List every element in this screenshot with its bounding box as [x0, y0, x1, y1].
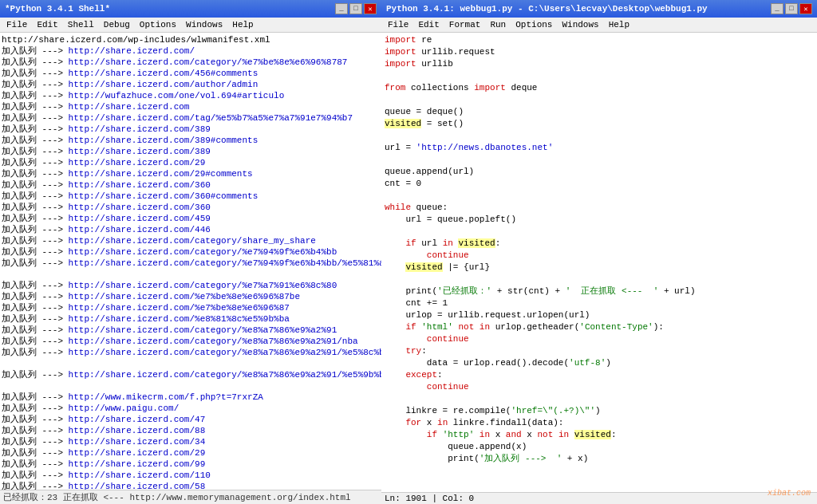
list-item: 加入队列 ---> http://share.iczerd.com/88: [2, 425, 380, 436]
list-item: 加入队列 ---> http://www.paigu.com/: [2, 403, 380, 414]
code-line: data = urlop.read().decode('utf-8'): [385, 357, 814, 369]
code-line: queue = deque(): [385, 106, 814, 118]
editor-title-bar: Python 3.4.1: webbug1.py - C:\Users\lecv…: [381, 0, 817, 18]
editor-menu-file[interactable]: File: [383, 18, 413, 31]
shell-title: *Python 3.4.1 Shell*: [5, 4, 110, 14]
editor-close-button[interactable]: ✕: [799, 3, 812, 14]
menu-windows[interactable]: Windows: [181, 18, 227, 31]
code-line: url = 'http://news.dbanotes.net': [385, 142, 814, 154]
code-line: while queue:: [385, 202, 814, 214]
editor-status-bar: Ln: 1901 | Col: 0: [381, 492, 817, 504]
menu-options[interactable]: Options: [135, 18, 181, 31]
shell-menu-bar: File Edit Shell Debug Options Windows He…: [0, 18, 381, 33]
code-line: import urllib.request: [385, 46, 814, 58]
code-line: [385, 393, 814, 405]
list-item: 加入队列 ---> http://share.iczerd.com/author…: [2, 79, 380, 90]
code-line: visited = set(): [385, 118, 814, 130]
list-item: 加入队列 ---> http://wufazhuce.com/one/vol.6…: [2, 90, 380, 101]
code-line: [385, 226, 814, 238]
shell-window: *Python 3.4.1 Shell* _ □ ✕ File Edit She…: [0, 0, 381, 504]
code-line: continue: [385, 333, 814, 345]
watermark: xibat.com: [768, 489, 811, 498]
code-line: print('已经抓取：' + str(cnt) + ' 正在抓取 <--- '…: [385, 285, 814, 297]
editor-window: Python 3.4.1: webbug1.py - C:\Users\lecv…: [381, 0, 817, 504]
list-item: 加入队列 ---> http://share.iczerd.com/58: [2, 481, 380, 490]
menu-help[interactable]: Help: [227, 18, 258, 31]
editor-menu-run[interactable]: Run: [485, 18, 511, 31]
code-line: if 'http' in x and x not in visited:: [385, 429, 814, 441]
editor-maximize-button[interactable]: □: [785, 3, 798, 14]
code-line: from collections import deque: [385, 82, 814, 94]
code-line: [385, 190, 814, 202]
minimize-button[interactable]: _: [335, 3, 348, 14]
list-item: 加入队列 ---> http://share.iczerd.com/47: [2, 414, 380, 425]
list-item: 加入队列 ---> http://share.iczerd.com/360: [2, 202, 380, 213]
list-item: 加入队列 ---> http://share.iczerd.com/446: [2, 224, 380, 235]
list-item: 加入队列 ---> http://share.iczerd.com/catego…: [2, 246, 380, 258]
editor-menu-options[interactable]: Options: [511, 18, 557, 31]
code-line: if 'html' not in urlop.getheader('Conten…: [385, 321, 814, 333]
code-line: print('加入队列 ---> ' + x): [385, 453, 814, 465]
code-line: linkre = re.compile('href=\"(.+?)\"'): [385, 405, 814, 417]
list-item: 加入队列 ---> http://share.iczerd.com/110: [2, 470, 380, 481]
code-line: if url in visited:: [385, 238, 814, 250]
code-line: [385, 130, 814, 142]
editor-window-controls[interactable]: _ □ ✕: [771, 3, 812, 14]
code-line: queue.append(x): [385, 441, 814, 453]
shell-status-text: 已经抓取：23 正在抓取 <--- http://www.memorymanag…: [3, 493, 351, 502]
editor-menu-windows[interactable]: Windows: [557, 18, 603, 31]
code-line: urlop = urllib.request.urlopen(url): [385, 309, 814, 321]
list-item: 加入队列 ---> http://share.iczerd.com/389: [2, 124, 380, 135]
list-item: 加入队列 ---> http://share.iczerd.com/%e7%be…: [2, 302, 380, 313]
editor-menu-edit[interactable]: Edit: [413, 18, 444, 31]
list-item: 加入队列 ---> http://share.iczerd.com/360#co…: [2, 191, 380, 202]
editor-menu-bar: File Edit Format Run Options Windows Hel…: [381, 18, 817, 33]
list-item: 加入队列 ---> http://share.iczerd.com/29: [2, 447, 380, 459]
code-line: import re: [385, 34, 814, 46]
list-item: 加入队列 ---> http://share.iczerd.com/catego…: [2, 369, 380, 380]
list-item: http://share.iczerd.com/wp-includes/wlwm…: [2, 34, 380, 45]
menu-debug[interactable]: Debug: [99, 18, 135, 31]
list-item: [2, 269, 380, 280]
list-item: 加入队列 ---> http://share.iczerd.com/%e7%be…: [2, 291, 380, 302]
close-button[interactable]: ✕: [364, 3, 377, 14]
editor-menu-format[interactable]: Format: [444, 18, 486, 31]
shell-title-bar: *Python 3.4.1 Shell* _ □ ✕: [0, 0, 381, 18]
list-item: 加入队列 ---> http://share.iczerd.com/29#com…: [2, 168, 380, 179]
code-line: except:: [385, 369, 814, 381]
editor-ln-col: Ln: 1901 | Col: 0: [385, 494, 474, 503]
list-item: 加入队列 ---> http://share.iczerd.com: [2, 101, 380, 112]
shell-status-bar: 已经抓取：23 正在抓取 <--- http://www.memorymanag…: [0, 490, 381, 504]
list-item: 加入队列 ---> http://share.iczerd.com/catego…: [2, 235, 380, 246]
list-item: [2, 380, 380, 392]
code-line: [385, 274, 814, 285]
code-line: continue: [385, 250, 814, 262]
list-item: 加入队列 ---> http://share.iczerd.com/catego…: [2, 347, 380, 358]
code-line: [385, 70, 814, 82]
list-item: 加入队列 ---> http://share.iczerd.com/%e8%81…: [2, 313, 380, 325]
code-line: queue.append(url): [385, 166, 814, 178]
list-item: 加入队列 ---> http://share.iczerd.com/99: [2, 459, 380, 470]
list-item: 加入队列 ---> http://share.iczerd.com/389#co…: [2, 135, 380, 146]
list-item: [2, 358, 380, 369]
shell-output: http://share.iczerd.com/wp-includes/wlwm…: [0, 33, 381, 490]
menu-shell[interactable]: Shell: [63, 18, 99, 31]
editor-minimize-button[interactable]: _: [771, 3, 783, 14]
editor-menu-help[interactable]: Help: [604, 18, 634, 31]
list-item: 加入队列 ---> http://share.iczerd.com/459: [2, 213, 380, 224]
code-line: cnt += 1: [385, 297, 814, 309]
list-item: 加入队列 ---> http://www.mikecrm.com/f.php?t…: [2, 392, 380, 403]
code-line: [385, 94, 814, 106]
code-line: import urllib: [385, 58, 814, 70]
list-item: 加入队列 ---> http://share.iczerd.com/389: [2, 146, 380, 157]
list-item: 加入队列 ---> http://share.iczerd.com/tag/%e…: [2, 112, 380, 124]
maximize-button[interactable]: □: [349, 3, 362, 14]
shell-window-controls[interactable]: _ □ ✕: [335, 3, 377, 14]
list-item: 加入队列 ---> http://share.iczerd.com/360: [2, 179, 380, 191]
editor-code-area[interactable]: import re import urllib.request import u…: [381, 33, 817, 492]
menu-file[interactable]: File: [2, 18, 32, 31]
code-line: try:: [385, 345, 814, 357]
code-line: visited |= {url}: [385, 262, 814, 274]
list-item: 加入队列 ---> http://share.iczerd.com/catego…: [2, 325, 380, 336]
menu-edit[interactable]: Edit: [32, 18, 62, 31]
